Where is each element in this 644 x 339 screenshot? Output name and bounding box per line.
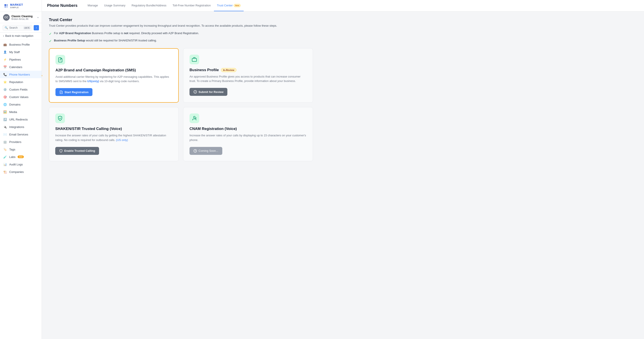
- sidebar-item-domains[interactable]: 🌐 Domains: [0, 101, 42, 108]
- shield-icon: [59, 149, 63, 153]
- search-label: Search: [9, 26, 18, 29]
- document-check-icon: [60, 90, 63, 94]
- chevron-down-icon: ▾: [38, 16, 38, 19]
- checklist: ✓ For A2P Brand Registration Business Pr…: [49, 31, 637, 44]
- back-label: Back to main navigation: [5, 34, 33, 38]
- nav-label-custom-fields: Custom Fields: [9, 88, 28, 91]
- sidebar-item-audit-logs[interactable]: 📊 Audit Logs: [0, 161, 42, 168]
- submit-for-review-button[interactable]: Submit for Review: [190, 88, 227, 96]
- trust-center-description: Trust Center provides products that can …: [49, 24, 637, 28]
- arrow-annotation: ➜: [42, 69, 43, 82]
- phone-icon: 📞: [3, 73, 7, 77]
- briefcase-icon: 💼: [3, 43, 7, 47]
- star-icon: ⭐: [3, 80, 7, 84]
- sidebar-item-custom-values[interactable]: 🎯 Custom Values: [0, 93, 42, 101]
- checklist-item-business-profile: ✓ Business Profile Setup would still be …: [49, 38, 637, 44]
- search-area: 🔍 Search ctrl K ↑: [0, 23, 42, 33]
- tab-usage-summary[interactable]: Usage Summary: [101, 0, 128, 11]
- sidebar-item-integrations[interactable]: 🔌 Integrations: [0, 123, 42, 131]
- sidebar-item-media[interactable]: 🖼️ Media: [0, 108, 42, 116]
- nav-label-companies: Companies: [9, 170, 24, 174]
- clock-icon: [194, 149, 197, 153]
- svg-rect-4: [192, 58, 196, 62]
- sidebar-item-labs[interactable]: 🧪 Labs new: [0, 153, 42, 161]
- submit-icon: [194, 90, 197, 94]
- sidebar-item-companies[interactable]: 🏗️ Companies: [0, 168, 42, 176]
- card-business-profile: Business Profile In-Review An approved B…: [183, 48, 313, 103]
- sidebar-item-reputation[interactable]: ⭐ Reputation: [0, 78, 42, 86]
- nav-label-calendars: Calendars: [9, 65, 22, 69]
- sidebar-item-business-profile[interactable]: 💼 Business Profile: [0, 41, 42, 48]
- logo-brand2: SIMPLE: [10, 7, 23, 9]
- sidebar-item-tags[interactable]: 🏷️ Tags: [0, 146, 42, 153]
- shaken-stir-card-desc: Increase the answer rates of your calls …: [55, 133, 172, 143]
- a2p-card-icon: [56, 55, 65, 65]
- values-icon: 🎯: [3, 95, 7, 99]
- sidebar-item-calendars[interactable]: 📅 Calendars: [0, 63, 42, 71]
- account-location: Broken Arrow, AK: [12, 18, 36, 20]
- tab-manage[interactable]: Manage: [84, 0, 101, 11]
- coming-soon-button: Coming Soon...: [190, 147, 222, 155]
- back-to-nav[interactable]: ‹ Back to main navigation: [0, 33, 42, 40]
- labs-icon: 🧪: [3, 155, 7, 159]
- shaken-stir-card-icon: [55, 113, 65, 123]
- account-info: Classic Cleaning Broken Arrow, AK: [12, 15, 36, 20]
- nav-label-url-redirects: URL Redirects: [9, 118, 28, 121]
- nav-label-integrations: Integrations: [9, 125, 24, 129]
- page-title: Phone Numbers: [47, 3, 78, 8]
- sidebar-item-pipelines[interactable]: ⚡ Pipelines: [0, 56, 42, 63]
- logo-text: MARKET SIMPLE: [10, 3, 23, 9]
- nav-label-pipelines: Pipelines: [9, 58, 21, 61]
- svg-rect-3: [6, 6, 8, 8]
- plug-icon: 🔌: [3, 125, 7, 129]
- account-switcher[interactable]: CC Classic Cleaning Broken Arrow, AK ▾: [0, 12, 42, 23]
- sidebar-item-email-services[interactable]: ✉️ Email Services: [0, 131, 42, 138]
- sidebar-logo: MARKET SIMPLE: [0, 0, 42, 12]
- sidebar-item-url-redirects[interactable]: ↗️ URL Redirects: [0, 116, 42, 123]
- header-tabs: Manage Usage Summary Regulatory Bundle/A…: [84, 0, 244, 11]
- cnam-card-title: CNAM Registration (Voice): [190, 127, 306, 131]
- in-review-badge: In-Review: [221, 68, 236, 72]
- business-profile-card-desc: An approved Business Profile gives you a…: [190, 75, 306, 84]
- globe-icon: 🌐: [3, 102, 7, 106]
- start-registration-button[interactable]: Start Registration: [56, 88, 92, 96]
- chevron-left-icon: ‹: [3, 34, 4, 38]
- a2p-card-desc: Avoid additional carrier filtering by re…: [56, 75, 172, 84]
- sidebar: MARKET SIMPLE CC Classic Cleaning Broken…: [0, 0, 42, 339]
- logo-brand: MARKET: [10, 3, 23, 7]
- business-profile-card-icon: [190, 55, 199, 64]
- provider-icon: 🏢: [3, 140, 7, 144]
- nav-label-reputation: Reputation: [9, 80, 23, 84]
- calendar-icon: 📅: [3, 65, 7, 69]
- person-icon: 👤: [3, 50, 7, 54]
- tab-toll-free[interactable]: Toll-Free Number Registration: [170, 0, 214, 11]
- sidebar-item-providers[interactable]: 🏢 Providers: [0, 138, 42, 146]
- nav-label-business-profile: Business Profile: [9, 43, 30, 46]
- tab-trust-center[interactable]: Trust Center New: [214, 0, 244, 11]
- page-header: Phone Numbers Manage Usage Summary Regul…: [42, 0, 644, 12]
- card-cnam: CNAM Registration (Voice) Increase the a…: [183, 107, 313, 161]
- tab-regulatory[interactable]: Regulatory Bundle/Address: [128, 0, 170, 11]
- nav-label-email-services: Email Services: [9, 133, 28, 136]
- building-icon: 🏗️: [3, 170, 7, 174]
- trust-center-new-badge: New: [234, 4, 240, 7]
- sidebar-item-custom-fields[interactable]: ⚙️ Custom Fields: [0, 86, 42, 93]
- trust-center-title: Trust Center: [49, 18, 637, 22]
- main-content: Phone Numbers Manage Usage Summary Regul…: [42, 0, 644, 339]
- checklist-text-2: Business Profile Setup would still be re…: [54, 38, 157, 43]
- account-name: Classic Cleaning: [12, 15, 36, 18]
- audit-icon: 📊: [3, 162, 7, 166]
- check-icon-1: ✓: [49, 31, 52, 37]
- sidebar-nav: 💼 Business Profile 👤 My Staff ⚡ Pipeline…: [0, 40, 42, 339]
- sidebar-item-phone-numbers[interactable]: 📞 Phone Numbers: [0, 71, 42, 78]
- nav-label-media: Media: [9, 110, 17, 114]
- search-shortcut: ctrl K: [24, 27, 30, 29]
- search-icon: 🔍: [4, 26, 8, 29]
- tag-icon: 🏷️: [3, 147, 7, 151]
- fields-icon: ⚙️: [3, 88, 7, 91]
- nav-up-button[interactable]: ↑: [34, 25, 39, 31]
- sidebar-item-my-staff[interactable]: 👤 My Staff: [0, 48, 42, 56]
- checklist-text-1: For A2P Brand Registration Business Prof…: [54, 31, 199, 36]
- search-button[interactable]: 🔍 Search ctrl K: [3, 25, 32, 31]
- enable-trusted-calling-button[interactable]: Enable Trusted Calling: [55, 147, 99, 155]
